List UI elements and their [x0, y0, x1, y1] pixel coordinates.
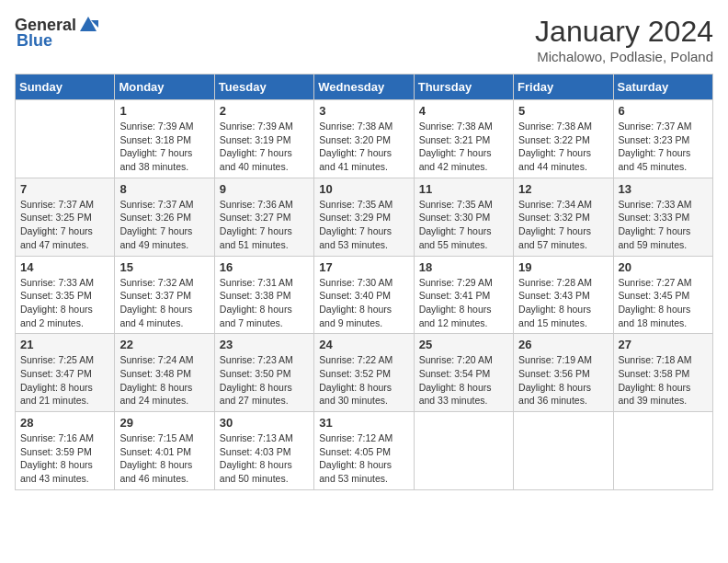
calendar-cell: 1Sunrise: 7:39 AMSunset: 3:18 PMDaylight…: [115, 100, 214, 178]
logo-icon: [78, 15, 98, 35]
calendar-cell: 29Sunrise: 7:15 AMSunset: 4:01 PMDayligh…: [115, 412, 214, 490]
calendar-cell: 4Sunrise: 7:38 AMSunset: 3:21 PMDaylight…: [414, 100, 513, 178]
calendar-cell: 30Sunrise: 7:13 AMSunset: 4:03 PMDayligh…: [214, 412, 313, 490]
calendar: SundayMondayTuesdayWednesdayThursdayFrid…: [15, 74, 713, 490]
calendar-cell: 14Sunrise: 7:33 AMSunset: 3:35 PMDayligh…: [16, 256, 115, 334]
day-number: 22: [119, 338, 209, 351]
day-info: Sunrise: 7:29 AMSunset: 3:41 PMDaylight:…: [419, 276, 508, 330]
day-info: Sunrise: 7:39 AMSunset: 3:18 PMDaylight:…: [119, 120, 209, 174]
calendar-week-row: 14Sunrise: 7:33 AMSunset: 3:35 PMDayligh…: [16, 256, 713, 334]
month-title: January 2024: [535, 15, 713, 49]
day-info: Sunrise: 7:34 AMSunset: 3:32 PMDaylight:…: [518, 198, 608, 252]
day-number: 6: [619, 104, 708, 118]
calendar-cell: 23Sunrise: 7:23 AMSunset: 3:50 PMDayligh…: [214, 334, 313, 412]
day-info: Sunrise: 7:38 AMSunset: 3:21 PMDaylight:…: [419, 120, 508, 174]
day-info: Sunrise: 7:37 AMSunset: 3:25 PMDaylight:…: [20, 198, 109, 252]
day-number: 10: [319, 182, 408, 196]
calendar-cell: 31Sunrise: 7:12 AMSunset: 4:05 PMDayligh…: [314, 412, 414, 490]
day-number: 4: [419, 104, 508, 118]
calendar-cell: 20Sunrise: 7:27 AMSunset: 3:45 PMDayligh…: [613, 256, 712, 334]
day-number: 23: [220, 338, 309, 351]
day-number: 8: [119, 182, 209, 196]
calendar-cell: 12Sunrise: 7:34 AMSunset: 3:32 PMDayligh…: [514, 178, 613, 256]
weekday-header-sunday: Sunday: [16, 75, 115, 100]
day-info: Sunrise: 7:16 AMSunset: 3:59 PMDaylight:…: [20, 431, 109, 486]
day-info: Sunrise: 7:33 AMSunset: 3:35 PMDaylight:…: [20, 276, 109, 330]
calendar-cell: 8Sunrise: 7:37 AMSunset: 3:26 PMDaylight…: [115, 178, 214, 256]
day-info: Sunrise: 7:20 AMSunset: 3:54 PMDaylight:…: [419, 353, 508, 408]
day-info: Sunrise: 7:28 AMSunset: 3:43 PMDaylight:…: [518, 276, 608, 330]
calendar-cell: [514, 412, 613, 490]
calendar-cell: [613, 412, 712, 490]
day-number: 14: [20, 260, 109, 274]
title-block: January 2024 Michalowo, Podlasie, Poland: [535, 15, 713, 64]
calendar-cell: [414, 412, 513, 490]
day-info: Sunrise: 7:24 AMSunset: 3:48 PMDaylight:…: [119, 353, 209, 408]
logo: General Blue: [15, 15, 98, 51]
day-number: 30: [220, 416, 309, 430]
calendar-week-row: 28Sunrise: 7:16 AMSunset: 3:59 PMDayligh…: [16, 412, 713, 490]
day-number: 20: [619, 260, 708, 274]
day-info: Sunrise: 7:37 AMSunset: 3:23 PMDaylight:…: [619, 120, 708, 174]
day-number: 11: [419, 182, 508, 196]
calendar-cell: 13Sunrise: 7:33 AMSunset: 3:33 PMDayligh…: [613, 178, 712, 256]
day-number: 29: [119, 416, 209, 430]
day-info: Sunrise: 7:18 AMSunset: 3:58 PMDaylight:…: [619, 353, 708, 408]
day-number: 12: [518, 182, 608, 196]
calendar-cell: 28Sunrise: 7:16 AMSunset: 3:59 PMDayligh…: [16, 412, 115, 490]
calendar-cell: 22Sunrise: 7:24 AMSunset: 3:48 PMDayligh…: [115, 334, 214, 412]
day-number: 15: [119, 260, 209, 274]
weekday-header-tuesday: Tuesday: [214, 75, 313, 100]
day-info: Sunrise: 7:35 AMSunset: 3:30 PMDaylight:…: [419, 198, 508, 252]
day-number: 1: [119, 104, 209, 118]
calendar-week-row: 1Sunrise: 7:39 AMSunset: 3:18 PMDaylight…: [16, 100, 713, 178]
day-number: 25: [419, 338, 508, 351]
calendar-cell: 3Sunrise: 7:38 AMSunset: 3:20 PMDaylight…: [314, 100, 414, 178]
day-number: 27: [619, 338, 708, 351]
day-number: 2: [220, 104, 309, 118]
calendar-cell: 17Sunrise: 7:30 AMSunset: 3:40 PMDayligh…: [314, 256, 414, 334]
calendar-week-row: 21Sunrise: 7:25 AMSunset: 3:47 PMDayligh…: [16, 334, 713, 412]
day-number: 16: [220, 260, 309, 274]
weekday-header-wednesday: Wednesday: [314, 75, 414, 100]
calendar-cell: 19Sunrise: 7:28 AMSunset: 3:43 PMDayligh…: [514, 256, 613, 334]
day-info: Sunrise: 7:13 AMSunset: 4:03 PMDaylight:…: [220, 431, 309, 486]
calendar-cell: 2Sunrise: 7:39 AMSunset: 3:19 PMDaylight…: [214, 100, 313, 178]
calendar-cell: 9Sunrise: 7:36 AMSunset: 3:27 PMDaylight…: [214, 178, 313, 256]
day-info: Sunrise: 7:36 AMSunset: 3:27 PMDaylight:…: [220, 198, 309, 252]
calendar-cell: 25Sunrise: 7:20 AMSunset: 3:54 PMDayligh…: [414, 334, 513, 412]
day-info: Sunrise: 7:38 AMSunset: 3:20 PMDaylight:…: [319, 120, 408, 174]
day-info: Sunrise: 7:12 AMSunset: 4:05 PMDaylight:…: [319, 431, 408, 486]
day-number: 3: [319, 104, 408, 118]
day-number: 9: [220, 182, 309, 196]
day-info: Sunrise: 7:39 AMSunset: 3:19 PMDaylight:…: [220, 120, 309, 174]
day-info: Sunrise: 7:23 AMSunset: 3:50 PMDaylight:…: [220, 353, 309, 408]
logo-blue: Blue: [17, 31, 52, 51]
calendar-week-row: 7Sunrise: 7:37 AMSunset: 3:25 PMDaylight…: [16, 178, 713, 256]
calendar-cell: 26Sunrise: 7:19 AMSunset: 3:56 PMDayligh…: [514, 334, 613, 412]
calendar-cell: 7Sunrise: 7:37 AMSunset: 3:25 PMDaylight…: [16, 178, 115, 256]
day-info: Sunrise: 7:38 AMSunset: 3:22 PMDaylight:…: [518, 120, 608, 174]
day-info: Sunrise: 7:32 AMSunset: 3:37 PMDaylight:…: [119, 276, 209, 330]
day-info: Sunrise: 7:33 AMSunset: 3:33 PMDaylight:…: [619, 198, 708, 252]
day-info: Sunrise: 7:35 AMSunset: 3:29 PMDaylight:…: [319, 198, 408, 252]
day-info: Sunrise: 7:15 AMSunset: 4:01 PMDaylight:…: [119, 431, 209, 486]
calendar-header-row: SundayMondayTuesdayWednesdayThursdayFrid…: [16, 75, 713, 100]
day-info: Sunrise: 7:30 AMSunset: 3:40 PMDaylight:…: [319, 276, 408, 330]
day-number: 26: [518, 338, 608, 351]
svg-marker-0: [80, 17, 97, 31]
calendar-cell: 5Sunrise: 7:38 AMSunset: 3:22 PMDaylight…: [514, 100, 613, 178]
calendar-cell: 10Sunrise: 7:35 AMSunset: 3:29 PMDayligh…: [314, 178, 414, 256]
day-number: 21: [20, 338, 109, 351]
day-number: 7: [20, 182, 109, 196]
day-number: 18: [419, 260, 508, 274]
calendar-cell: [16, 100, 115, 178]
day-info: Sunrise: 7:27 AMSunset: 3:45 PMDaylight:…: [619, 276, 708, 330]
day-number: 17: [319, 260, 408, 274]
day-number: 31: [319, 416, 408, 430]
weekday-header-saturday: Saturday: [613, 75, 712, 100]
calendar-cell: 6Sunrise: 7:37 AMSunset: 3:23 PMDaylight…: [613, 100, 712, 178]
calendar-cell: 21Sunrise: 7:25 AMSunset: 3:47 PMDayligh…: [16, 334, 115, 412]
calendar-cell: 15Sunrise: 7:32 AMSunset: 3:37 PMDayligh…: [115, 256, 214, 334]
day-info: Sunrise: 7:37 AMSunset: 3:26 PMDaylight:…: [119, 198, 209, 252]
